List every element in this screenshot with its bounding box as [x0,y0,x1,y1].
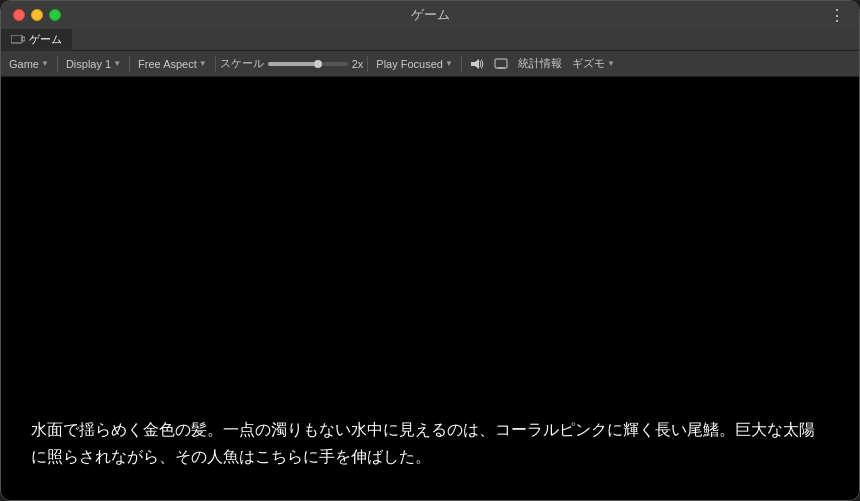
separator-4 [367,56,368,72]
aspect-dropdown-label: Free Aspect [138,58,197,70]
display-dropdown-label: Display 1 [66,58,111,70]
scale-slider[interactable] [268,62,348,66]
game-tab-label: ゲーム [29,32,62,47]
scale-control: スケール 2x [220,56,364,71]
game-tab[interactable]: ゲーム [1,29,72,51]
audio-button[interactable] [466,54,488,74]
traffic-lights [13,9,61,21]
scale-label: スケール [220,56,264,71]
gizmos-label: ギズモ [572,56,605,71]
display-stats-button[interactable] [490,54,512,74]
audio-icon [470,58,484,70]
scale-value: 2x [352,58,364,70]
svg-rect-0 [11,35,22,43]
game-dropdown-chevron: ▼ [41,59,49,68]
gizmos-chevron: ▼ [607,59,615,68]
svg-marker-2 [471,59,479,69]
display-icon [494,58,508,70]
close-button[interactable] [13,9,25,21]
display-dropdown-chevron: ▼ [113,59,121,68]
aspect-dropdown[interactable]: Free Aspect ▼ [134,54,211,74]
minimize-button[interactable] [31,9,43,21]
separator-2 [129,56,130,72]
scale-slider-thumb[interactable] [314,60,322,68]
play-focused-chevron: ▼ [445,59,453,68]
gizmos-button[interactable]: ギズモ ▼ [568,54,619,74]
maximize-button[interactable] [49,9,61,21]
aspect-dropdown-chevron: ▼ [199,59,207,68]
game-dropdown-label: Game [9,58,39,70]
svg-rect-1 [22,37,25,41]
stats-button[interactable]: 統計情報 [514,54,566,74]
game-text: 水面で揺らめく金色の髪。一点の濁りもない水中に見えるのは、コーラルピンクに輝く長… [31,416,829,470]
play-focused-dropdown[interactable]: Play Focused ▼ [372,54,457,74]
toolbar: Game ▼ Display 1 ▼ Free Aspect ▼ スケール 2x… [1,51,859,77]
separator-3 [215,56,216,72]
window-title: ゲーム [411,6,450,24]
play-focused-label: Play Focused [376,58,443,70]
game-dropdown[interactable]: Game ▼ [5,54,53,74]
game-viewport: 水面で揺らめく金色の髪。一点の濁りもない水中に見えるのは、コーラルピンクに輝く長… [1,77,859,500]
stats-label: 統計情報 [518,56,562,71]
more-options-button[interactable]: ⋮ [823,6,851,25]
display-dropdown[interactable]: Display 1 ▼ [62,54,125,74]
tab-bar: ゲーム [1,29,859,51]
title-bar: ゲーム ⋮ [1,1,859,29]
main-window: ゲーム ⋮ ゲーム Game ▼ Display 1 ▼ Free Aspect [0,0,860,501]
game-tab-icon [11,35,25,45]
scale-slider-fill [268,62,316,66]
separator-5 [461,56,462,72]
separator-1 [57,56,58,72]
svg-rect-3 [495,59,507,68]
